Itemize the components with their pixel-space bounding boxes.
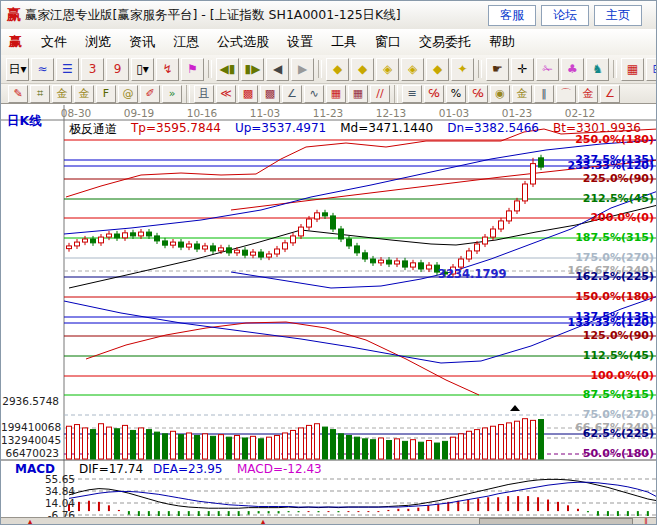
arch-icon[interactable]: ⌒ — [556, 85, 576, 103]
diamond-compress-icon[interactable]: ◈ — [401, 58, 424, 81]
gann-label: 100.0%(0) — [590, 369, 654, 382]
toolbar-separator — [478, 60, 482, 78]
pattern-box-icon[interactable]: ▩ — [238, 85, 258, 103]
period-day-dropdown[interactable]: 日▾ — [6, 58, 29, 81]
measure-pen-icon[interactable]: ‖ — [534, 85, 554, 103]
toolbar-separator — [186, 85, 190, 103]
chart-region[interactable]: 日K线 08-3009-1910-1611-0311-2312-1301-030… — [1, 104, 657, 517]
service-button[interactable]: 客服 — [488, 5, 536, 26]
volume-9-icon[interactable]: 9 — [106, 58, 129, 81]
calculator-icon[interactable]: ⊞ — [646, 58, 657, 81]
menu-item-1[interactable]: 浏览 — [76, 30, 120, 54]
date-tick-10-16: 10-16 — [187, 107, 218, 119]
scroll-marker-left: ▲ — [27, 518, 33, 525]
diamond-cross-icon[interactable]: ✦ — [451, 58, 474, 81]
diag-lines-icon[interactable]: // — [370, 85, 390, 103]
gann-label: 112.5%(45) — [583, 349, 654, 362]
channel-dn-value: Dn=3382.5466 — [447, 121, 539, 138]
diamond-left-icon[interactable]: ◆ — [326, 58, 349, 81]
gann-label: 233.33%(120) — [568, 159, 655, 172]
title-bar: 赢 赢家江恩专业版[赢家服务平台] - [上证指数 SH1A0001-125日K… — [1, 1, 657, 30]
cyan-pattern-icon[interactable]: ♞ — [586, 58, 609, 81]
date-tick-09-19: 09-19 — [124, 107, 155, 119]
menu-item-2[interactable]: 资讯 — [120, 30, 164, 54]
gold-circle-icon[interactable]: ◉ — [490, 85, 510, 103]
nav-next-icon[interactable]: ▶ — [291, 58, 314, 81]
diamond-expand-icon[interactable]: ◈ — [376, 58, 399, 81]
percent-icon[interactable]: % — [446, 85, 466, 103]
wave-pattern-icon[interactable]: ≈ — [31, 58, 54, 81]
stamp-icon[interactable]: ♣ — [561, 58, 584, 81]
calendar-icon[interactable]: ▦ — [621, 58, 644, 81]
volume-axis-value-1: 199410068 — [1, 421, 59, 433]
menu-item-9[interactable]: 帮助 — [480, 30, 524, 54]
beam-tool-icon[interactable]: 且 — [194, 85, 214, 103]
horizontal-scrollbar[interactable]: ▲ ▲ ‖ — [1, 517, 657, 525]
angle-measure-icon[interactable]: ✁ — [536, 58, 559, 81]
toolbar-drawing: ✎⌗金金F@✐»且≪▩▩∠∿▦▦//≡℅%℅◉金‖⌒金∠ — [1, 84, 657, 104]
zigzag-icon[interactable]: ↯ — [156, 58, 179, 81]
gold2-icon[interactable]: 金 — [578, 85, 598, 103]
diamond-right-icon[interactable]: ◆ — [351, 58, 374, 81]
red-grid2-icon[interactable]: ▦ — [348, 85, 368, 103]
home-button[interactable]: 主页 — [594, 5, 642, 26]
channel-md-value: Md=3471.1440 — [340, 121, 433, 138]
gann-label: 212.5%(45) — [583, 192, 654, 205]
wave-tool-icon[interactable]: ∿ — [304, 85, 324, 103]
toolbar-separator — [208, 60, 212, 78]
date-tick-08-30: 08-30 — [61, 107, 92, 119]
crosshair-icon[interactable]: ✛ — [511, 58, 534, 81]
macd-dea-value: DEA=23.95 — [153, 462, 222, 476]
gann-label: 150.0%(180) — [575, 290, 654, 303]
window-title: 赢家江恩专业版[赢家服务平台] - [上证指数 SH1A0001-125日K线] — [25, 7, 401, 24]
channel-up-value: Up=3537.4971 — [235, 121, 326, 138]
menu-item-6[interactable]: 工具 — [322, 30, 366, 54]
macd-axis-value-1: 55.65 — [1, 473, 75, 485]
diamond-grid-icon[interactable]: ◆ — [426, 58, 449, 81]
menu-item-4[interactable]: 公式选股 — [208, 30, 278, 54]
fan-lines-icon[interactable]: ≪ — [216, 85, 236, 103]
angle-line-icon[interactable]: ∠ — [282, 85, 302, 103]
angle2-icon[interactable]: ∠ — [600, 85, 620, 103]
gann-label: 133.33%(120) — [568, 316, 655, 329]
menu-item-3[interactable]: 江恩 — [164, 30, 208, 54]
red-grid-icon[interactable]: ▦ — [326, 85, 346, 103]
scrollbar-thumb[interactable] — [479, 518, 633, 525]
volume-axis-value-3: 66470023 — [1, 447, 59, 459]
spiral-icon[interactable]: @ — [118, 85, 138, 103]
gann-gold-grid2-icon[interactable]: 金 — [74, 85, 94, 103]
nav-prev-icon[interactable]: ◀ — [266, 58, 289, 81]
expand-more-icon[interactable]: » — [162, 85, 182, 103]
menu-item-5[interactable]: 设置 — [278, 30, 322, 54]
percent-line-icon[interactable]: ℅ — [424, 85, 444, 103]
menu-logo-icon: 赢 — [9, 33, 22, 51]
nav-first-icon[interactable]: ◀▮ — [216, 58, 239, 81]
toolbar-separator — [318, 60, 322, 78]
flag-chart-icon[interactable]: ⚑ — [181, 58, 204, 81]
pattern-box2-icon[interactable]: ▩ — [260, 85, 280, 103]
candle-type-dropdown[interactable]: ▯▾ — [131, 58, 154, 81]
nav-last-icon[interactable]: ▮▶ — [241, 58, 264, 81]
list-icon[interactable]: ☰ — [56, 58, 79, 81]
forum-button[interactable]: 论坛 — [541, 5, 589, 26]
menu-item-0[interactable]: 文件 — [32, 30, 76, 54]
menu-item-7[interactable]: 窗口 — [366, 30, 410, 54]
brush-icon[interactable]: ✎ — [8, 85, 28, 103]
stamp2-icon[interactable]: ✐ — [140, 85, 160, 103]
gold-line-icon[interactable]: 金 — [512, 85, 532, 103]
kline-chart-canvas[interactable] — [1, 104, 657, 517]
grid-tool-icon[interactable]: ⌗ — [30, 85, 50, 103]
gann-gold-grid-icon[interactable]: 金 — [52, 85, 72, 103]
volume-3-icon[interactable]: 3 — [81, 58, 104, 81]
percent-red-icon[interactable]: ℅ — [468, 85, 488, 103]
gann-label: 187.5%(315) — [575, 231, 654, 244]
low-price-label: 3234.1799 — [438, 267, 506, 281]
date-tick-11-23: 11-23 — [313, 107, 344, 119]
menu-bar: 赢 文件浏览资讯江恩公式选股设置工具窗口交易委托帮助 — [1, 29, 657, 56]
menu-item-8[interactable]: 交易委托 — [410, 30, 480, 54]
gann-label: 225.0%(90) — [583, 172, 654, 185]
f-tool-icon[interactable]: F — [96, 85, 116, 103]
hand-icon[interactable]: ☛ — [486, 58, 509, 81]
price-list-icon[interactable]: ≡ — [402, 85, 422, 103]
app-logo-icon: 赢 — [7, 6, 21, 24]
